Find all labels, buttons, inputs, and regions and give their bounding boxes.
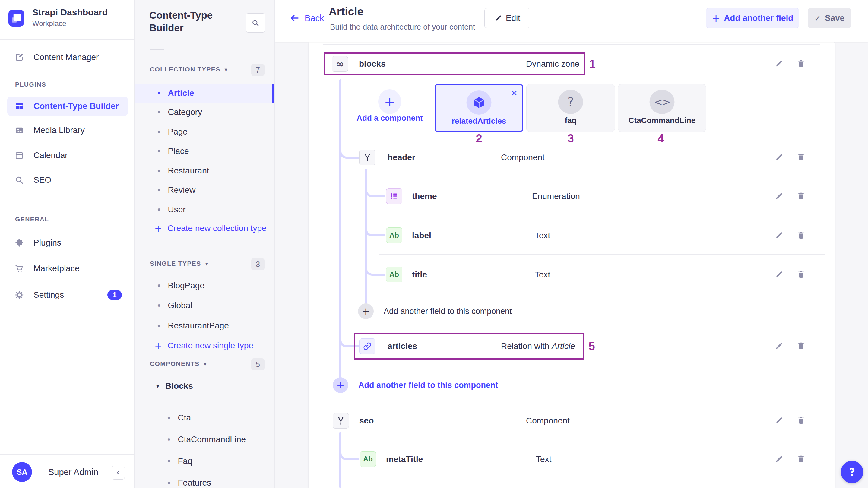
back-label: Back: [305, 13, 324, 23]
delete-field-icon[interactable]: [797, 153, 806, 162]
chevron-down-icon: ▾: [156, 383, 159, 390]
sidebar-item-label: Content-Type Builder: [33, 101, 119, 111]
component-icon-circle: [467, 90, 492, 115]
subnav-item-article[interactable]: • Article: [157, 84, 194, 102]
row-divider: [341, 146, 825, 146]
add-field-to-component-inner[interactable]: + Add another field to this component: [358, 303, 512, 319]
plugins-section-label: PLUGINS: [15, 81, 46, 88]
add-field-to-component-outer[interactable]: + Add another field to this component: [333, 377, 498, 393]
subnav-item-label: Article: [168, 88, 194, 98]
branch-icon: [363, 153, 372, 162]
edit-field-icon[interactable]: [775, 59, 783, 68]
sidebar-item-marketplace[interactable]: Marketplace: [14, 260, 80, 277]
create-single-type-link[interactable]: + Create new single type: [154, 337, 253, 355]
chevron-left-icon: [114, 469, 122, 477]
plus-icon: +: [362, 306, 370, 317]
ab-glyph: Ab: [363, 455, 373, 463]
check-icon: ✓: [814, 13, 821, 23]
content-manager-icon: [14, 53, 24, 62]
edit-field-icon[interactable]: [775, 270, 783, 279]
component-field-icon: [359, 150, 375, 165]
row-divider: [360, 479, 825, 479]
subnav-item-features[interactable]: • Features: [167, 474, 211, 488]
edit-button[interactable]: Edit: [484, 8, 530, 28]
field-name: theme: [412, 191, 437, 201]
delete-field-icon[interactable]: [797, 416, 806, 425]
components-header[interactable]: COMPONENTS ▾: [150, 360, 207, 367]
field-name: title: [412, 270, 427, 280]
component-card-faq[interactable]: ? faq: [526, 84, 615, 132]
question-mark-icon: ?: [567, 95, 574, 109]
save-button[interactable]: ✓ Save: [808, 8, 851, 28]
user-name: Super Admin: [48, 467, 98, 477]
avatar[interactable]: SA: [12, 462, 32, 482]
add-component-label[interactable]: Add a component: [356, 113, 423, 123]
add-another-field-button[interactable]: + Add another field: [706, 8, 799, 28]
cube-icon: [472, 96, 486, 110]
subnav-item-label: Category: [168, 108, 203, 117]
subnav-title: Content-Type Builder: [149, 9, 240, 34]
component-group-label: Blocks: [165, 381, 193, 391]
subnav-item-blogpage[interactable]: • BlogPage: [157, 277, 205, 295]
edit-field-icon[interactable]: [775, 153, 783, 162]
back-link[interactable]: Back: [289, 12, 324, 24]
single-types-header[interactable]: SINGLE TYPES ▾: [150, 260, 208, 267]
puzzle-icon: [14, 238, 24, 248]
sidebar-item-media-library[interactable]: Media Library: [14, 121, 85, 139]
add-field-label: Add another field to this component: [384, 307, 512, 316]
subnav-item-label: Features: [178, 478, 211, 488]
delete-field-icon[interactable]: [797, 455, 806, 464]
annotation-number-4: 4: [657, 132, 664, 145]
subnav-item-page[interactable]: • Page: [157, 123, 188, 141]
sidebar-item-plugins[interactable]: Plugins: [14, 234, 61, 252]
subnav-item-ctacommandline[interactable]: • CtaCommandLine: [167, 430, 246, 449]
delete-field-icon[interactable]: [797, 191, 806, 201]
delete-field-icon[interactable]: [797, 59, 806, 68]
edit-field-icon[interactable]: [775, 416, 783, 425]
close-icon[interactable]: ✕: [511, 89, 518, 98]
subnav-item-user[interactable]: • User: [157, 201, 186, 219]
subnav-item-global[interactable]: • Global: [157, 297, 192, 314]
main-area: Back Article Build the data architecture…: [275, 0, 868, 488]
create-collection-type-link[interactable]: + Create new collection type: [154, 219, 267, 237]
component-card-label: CtaCommandLine: [618, 116, 706, 125]
edit-field-icon[interactable]: [775, 341, 783, 350]
delete-field-icon[interactable]: [797, 341, 806, 350]
component-card-ctacommandline[interactable]: <> CtaCommandLine: [618, 84, 706, 132]
sidebar-item-calendar[interactable]: Calendar: [14, 146, 68, 164]
workspace-label: Workplace: [32, 19, 66, 28]
single-types-label: SINGLE TYPES: [150, 260, 201, 267]
add-component-button[interactable]: +: [378, 89, 401, 114]
create-link-label: Create new collection type: [167, 223, 266, 233]
subnav-item-place[interactable]: • Place: [157, 142, 189, 160]
subnav-item-review[interactable]: • Review: [157, 181, 195, 199]
sidebar-item-content-type-builder[interactable]: Content-Type Builder: [7, 96, 128, 116]
field-name: label: [412, 231, 431, 240]
edit-field-icon[interactable]: [775, 191, 783, 201]
search-button[interactable]: [246, 13, 265, 33]
subnav-item-label: Cta: [178, 413, 191, 423]
subnav-item-restaurantpage[interactable]: • RestaurantPage: [157, 317, 229, 335]
code-icon: <>: [654, 96, 670, 108]
sidebar-item-settings[interactable]: Settings: [14, 286, 64, 304]
help-button[interactable]: ?: [841, 461, 863, 483]
component-group-blocks[interactable]: ▾ Blocks: [156, 377, 193, 395]
subnav-item-label: RestaurantPage: [168, 321, 229, 331]
sidebar-item-label: Settings: [33, 290, 64, 300]
edit-field-icon[interactable]: [775, 231, 783, 240]
subnav-item-restaurant[interactable]: • Restaurant: [157, 162, 209, 180]
collection-types-label: COLLECTION TYPES: [150, 66, 220, 73]
collection-types-count: 7: [251, 64, 265, 76]
component-card-relatedarticles[interactable]: ✕ relatedArticles: [435, 84, 523, 132]
collapse-sidebar-button[interactable]: [112, 466, 125, 480]
subnav-item-cta[interactable]: • Cta: [167, 409, 191, 427]
subnav-item-faq[interactable]: • Faq: [167, 452, 192, 470]
list-icon: [390, 191, 399, 201]
collection-types-header[interactable]: COLLECTION TYPES ▾: [150, 66, 228, 73]
sidebar-item-content-manager[interactable]: Content Manager: [14, 48, 99, 66]
edit-field-icon[interactable]: [775, 455, 783, 464]
sidebar-item-seo[interactable]: SEO: [14, 171, 51, 189]
subnav-item-category[interactable]: • Category: [157, 103, 202, 121]
delete-field-icon[interactable]: [797, 231, 806, 240]
delete-field-icon[interactable]: [797, 270, 806, 279]
